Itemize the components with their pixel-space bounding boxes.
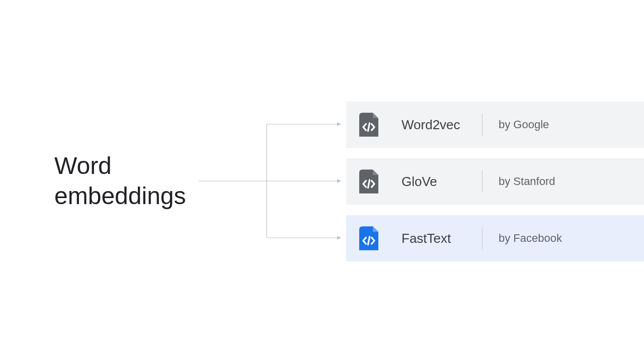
divider [482, 170, 482, 193]
item-attribution: by Stanford [499, 175, 555, 188]
divider [482, 227, 482, 249]
code-file-icon [358, 226, 379, 251]
code-file-icon [358, 112, 379, 137]
item-name: Word2vec [401, 117, 482, 133]
item-row-word2vec: Word2vec by Google [346, 102, 644, 148]
divider [482, 114, 482, 136]
item-row-glove: GloVe by Stanford [346, 158, 644, 205]
item-attribution: by Google [499, 118, 549, 131]
item-attribution: by Facebook [499, 232, 562, 245]
diagram-title: Word embeddings [54, 151, 186, 211]
title-line-1: Word [54, 152, 112, 179]
item-name: FastText [401, 231, 482, 246]
item-name: GloVe [401, 174, 482, 190]
item-row-fasttext: FastText by Facebook [346, 215, 644, 261]
connector-lines [199, 121, 347, 241]
title-line-2: embeddings [54, 183, 186, 209]
items-list: Word2vec by Google GloVe by Stanford [346, 102, 644, 272]
code-file-icon [358, 169, 379, 194]
